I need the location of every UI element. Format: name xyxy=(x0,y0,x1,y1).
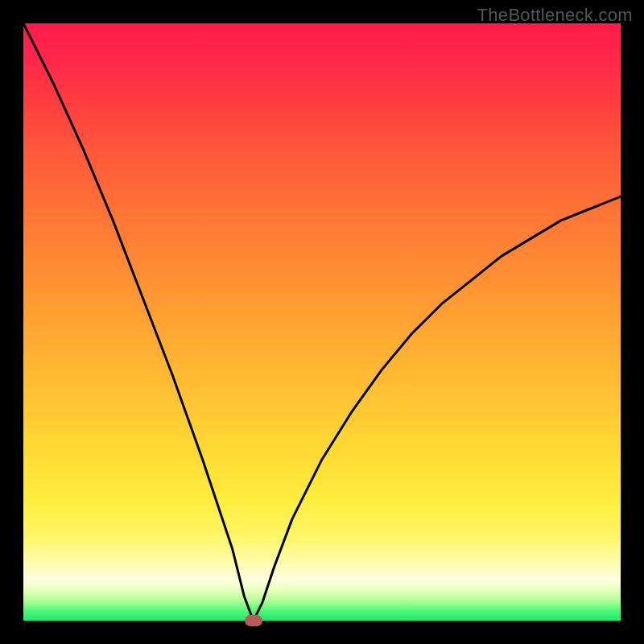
watermark-text: TheBottleneck.com xyxy=(477,5,633,26)
bottleneck-curve xyxy=(23,23,621,621)
chart-frame: TheBottleneck.com xyxy=(0,0,644,644)
plot-area xyxy=(23,23,621,621)
optimal-point-marker xyxy=(245,615,262,626)
